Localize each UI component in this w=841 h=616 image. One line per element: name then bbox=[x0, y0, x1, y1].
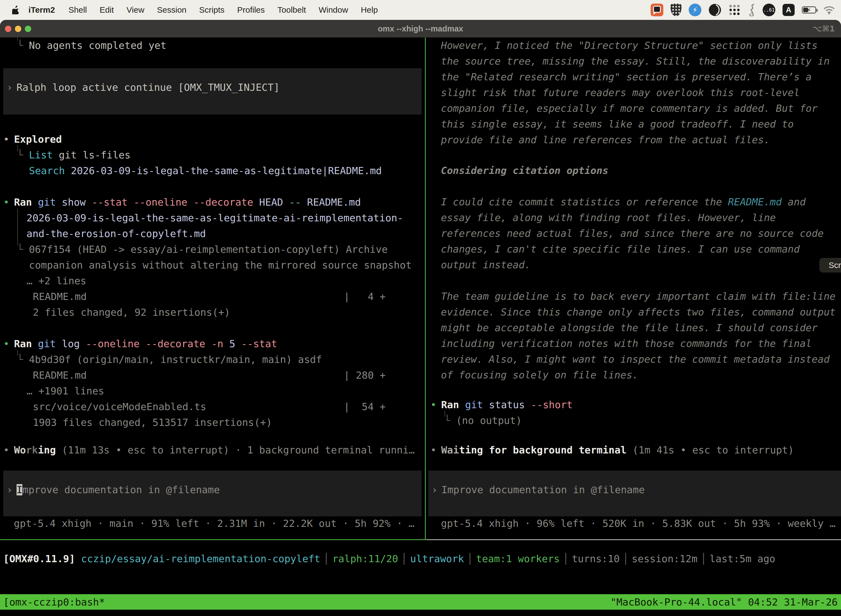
omx-session-time: session:12m bbox=[632, 553, 697, 565]
battery-icon[interactable]: ⚡ bbox=[802, 6, 816, 13]
thinking-paragraph-line: slight risk that future readers may over… bbox=[441, 85, 800, 100]
git-show-stat-file: README.md | 4 + bbox=[33, 289, 386, 304]
menu-scripts[interactable]: Scripts bbox=[193, 5, 231, 15]
grid-shield-icon[interactable] bbox=[671, 4, 681, 16]
wifi-icon[interactable] bbox=[823, 5, 835, 15]
prompt-input-left-text: ›Improve documentation in @filename bbox=[7, 482, 220, 497]
menu-bar: iTerm2 Shell Edit View Session Scripts P… bbox=[0, 0, 841, 20]
thinking-paragraph-line: I could cite commit statistics or refere… bbox=[441, 194, 806, 210]
thinking-paragraph-line: essay file, along with finding root file… bbox=[441, 210, 776, 226]
menu-iterm2[interactable]: iTerm2 bbox=[23, 5, 62, 15]
pane-divider-horizontal-gray[interactable] bbox=[426, 539, 841, 540]
readme-link: README.md bbox=[728, 196, 782, 208]
model-status-right: gpt-5.4 xhigh · 96% left · 520K in · 5.8… bbox=[441, 516, 835, 531]
git-show-stat-summary: 2 files changed, 92 insertions(+) bbox=[33, 304, 230, 320]
agents-status-line: └No agents completed yet bbox=[17, 38, 166, 53]
git-show-arg-wrap-1: 2026-03-09-is-legal-the-same-as-legitima… bbox=[26, 210, 403, 226]
git-status-output: └(no output) bbox=[444, 413, 522, 428]
omx-ultrawork: ultrawork bbox=[410, 553, 464, 565]
thinking-paragraph-line: companion file, especially if more comme… bbox=[441, 100, 818, 116]
working-status-line: •Working (11m 13s • esc to interrupt) · … bbox=[3, 442, 415, 458]
git-show-command: •Ran git show --stat --oneline --decorat… bbox=[3, 194, 361, 210]
thinking-paragraph-line: evidence. Since this change only affects… bbox=[441, 304, 835, 320]
iterm-window: omx --xhigh --madmax ⌥⌘1 └No agents comp… bbox=[0, 20, 841, 616]
text-cursor: I bbox=[16, 484, 23, 496]
left-pane: └No agents completed yet ›Ralph loop act… bbox=[0, 38, 425, 540]
thinking-paragraph-line: the "Related research writing" section i… bbox=[441, 69, 812, 85]
git-show-output-2: companion analysis without altering the … bbox=[29, 257, 412, 273]
thinking-paragraph-line: output instead. bbox=[441, 257, 530, 273]
dots-grid-icon[interactable] bbox=[728, 4, 741, 16]
omx-team: team:1 workers bbox=[476, 553, 560, 565]
git-log-more-lines: … +1901 lines bbox=[26, 383, 104, 399]
menu-edit[interactable]: Edit bbox=[93, 5, 120, 15]
gauge-61-icon[interactable]: ..61 bbox=[763, 4, 775, 16]
window-title-bar: omx --xhigh --madmax ⌥⌘1 bbox=[0, 20, 841, 38]
thinking-paragraph-line: The team guideline is to back every impo… bbox=[441, 288, 835, 304]
menu-toolbelt[interactable]: Toolbelt bbox=[271, 5, 312, 15]
git-status-command: •Ran git status --short bbox=[431, 397, 573, 413]
explored-header: •Explored bbox=[3, 131, 62, 147]
tmux-status-bar: [omx-cczip0:bash* "MacBook-Pro-44.local"… bbox=[0, 594, 841, 610]
prompt-input-right-text: ›Improve documentation in @filename bbox=[432, 482, 645, 497]
thinking-paragraph-line: provide file and line references from th… bbox=[441, 132, 770, 148]
ralph-banner-line: ›Ralph loop active continue [OMX_TMUX_IN… bbox=[7, 79, 280, 95]
git-log-stat-summary: 1903 files changed, 513517 insertions(+) bbox=[33, 415, 272, 430]
menu-view[interactable]: View bbox=[120, 5, 151, 15]
omx-status-line: [OMX#0.11.9] cczip/essay/ai-reimplementa… bbox=[3, 551, 775, 567]
git-log-stat-file-2: src/voice/voiceModeEnabled.ts | 54 + bbox=[33, 399, 386, 415]
omx-turns: turns:10 bbox=[572, 553, 620, 565]
tmux-session-name: [omx-cczip0:bash* bbox=[3, 594, 105, 610]
explored-list-line: └List git ls-files bbox=[17, 147, 130, 163]
window-shortcut: ⌥⌘1 bbox=[813, 20, 835, 38]
omx-version: [OMX#0.11.9] bbox=[3, 553, 75, 565]
thinking-paragraph-line: including verification notes with those … bbox=[441, 336, 812, 351]
git-log-command: •Ran git log --oneline --decorate -n 5 -… bbox=[3, 336, 277, 352]
lightning-badge-icon[interactable]: ⚡ bbox=[689, 4, 701, 16]
omx-last: last:5m ago bbox=[710, 553, 775, 565]
git-show-more-lines: … +2 lines bbox=[26, 273, 86, 289]
hook-squiggle-icon[interactable] bbox=[748, 4, 756, 16]
thinking-paragraph-line: review. Also, I might want to inspect th… bbox=[441, 351, 830, 367]
thinking-paragraph-line: the source tree, missing the essay. Stil… bbox=[441, 53, 830, 69]
chat-app-icon[interactable] bbox=[651, 4, 663, 16]
thinking-heading: Considering citation options bbox=[441, 163, 608, 178]
model-status-left: gpt-5.4 xhigh · main · 91% left · 2.31M … bbox=[14, 516, 415, 531]
omx-ralph-counter: ralph:11/20 bbox=[332, 553, 398, 565]
thinking-paragraph-line: However, I noticed the "Directory Struct… bbox=[441, 38, 818, 53]
tree-guide bbox=[18, 209, 18, 246]
terminal: └No agents completed yet ›Ralph loop act… bbox=[0, 38, 841, 616]
pane-divider-horizontal-green[interactable] bbox=[0, 539, 426, 540]
tmux-host-clock: "MacBook-Pro-44.local" 04:52 31-Mar-26 bbox=[610, 594, 838, 610]
thinking-paragraph-line: changes, I can't cite specific file line… bbox=[441, 241, 800, 257]
menu-profiles[interactable]: Profiles bbox=[231, 5, 271, 15]
thinking-paragraph-line: of focusing solely on file lines. bbox=[441, 367, 638, 383]
menu-shell[interactable]: Shell bbox=[62, 5, 93, 15]
keyboard-a-icon[interactable]: A bbox=[782, 4, 795, 16]
menu-help[interactable]: Help bbox=[355, 5, 384, 15]
git-log-stat-file: README.md | 280 + bbox=[33, 367, 386, 383]
explored-search-line: Search 2026-03-09-is-legal-the-same-as-l… bbox=[29, 163, 382, 179]
omx-session-path: cczip/essay/ai-reimplementation-copyleft bbox=[81, 553, 320, 565]
waiting-status-line: •Waiting for background terminal (1m 41s… bbox=[431, 442, 794, 458]
right-pane: However, I noticed the "Directory Struct… bbox=[427, 38, 841, 540]
window-title: omx --xhigh --madmax bbox=[0, 20, 841, 38]
thinking-paragraph-line: might be acceptable alongside the file l… bbox=[441, 320, 818, 336]
apple-icon[interactable] bbox=[12, 6, 20, 14]
pane-divider-vertical[interactable] bbox=[425, 38, 426, 539]
git-show-output-1: └067f154 (HEAD -> essay/ai-reimplementat… bbox=[17, 242, 388, 257]
menu-session[interactable]: Session bbox=[151, 5, 193, 15]
menu-items: iTerm2 Shell Edit View Session Scripts P… bbox=[0, 5, 384, 15]
git-log-output-1: └4b9d30f (origin/main, instructkr/main, … bbox=[17, 352, 322, 367]
menu-window[interactable]: Window bbox=[312, 5, 355, 15]
dark-orb-icon[interactable] bbox=[709, 4, 721, 16]
menu-status-icons: ⚡ ..61 A ⚡ bbox=[651, 4, 841, 16]
thinking-paragraph-line: this single essay, it seems like a good … bbox=[441, 116, 794, 132]
thinking-paragraph-line: references need actual files, and since … bbox=[441, 226, 823, 241]
git-show-arg-wrap-2: and-the-erosion-of-copyleft.md bbox=[26, 226, 206, 242]
screen-indicator-button[interactable]: Scre bbox=[819, 258, 841, 273]
screen: iTerm2 Shell Edit View Session Scripts P… bbox=[0, 0, 841, 616]
